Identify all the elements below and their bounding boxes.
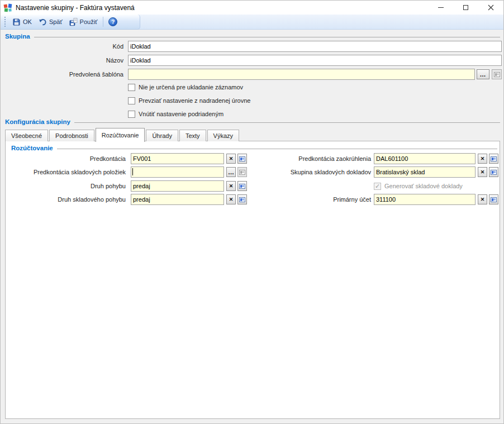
lookup-icon <box>491 197 497 202</box>
skupina-dokladov-input[interactable] <box>374 166 476 178</box>
dialog-window: Nastavenie skupiny - Faktúra vystavená <box>0 0 504 424</box>
field-row-sablona: Predvolená šablóna … <box>1 69 504 80</box>
ok-button-label: OK <box>23 18 32 25</box>
sablona-lookup-button[interactable] <box>492 69 502 79</box>
lookup-icon <box>491 170 497 175</box>
predkontacia-lookup-button[interactable] <box>237 154 247 164</box>
ellipsis-icon: … <box>228 169 234 175</box>
ellipsis-icon: … <box>480 71 487 78</box>
skladove-polozky-label: Predkontácia skladových položiek <box>6 169 126 175</box>
help-button[interactable]: ? <box>106 16 120 27</box>
tab-rozuctovanie[interactable]: Rozúčtovanie <box>96 128 145 142</box>
primarny-ucet-input[interactable] <box>374 194 476 205</box>
maximize-button[interactable] <box>453 1 478 15</box>
skupina-dokladov-lookup-button[interactable] <box>489 167 498 177</box>
sablona-label: Predvolená šablóna <box>1 71 123 78</box>
window-title: Nastavenie skupiny - Faktúra vystavená <box>16 4 135 12</box>
rozuctovanie-tab-panel: Rozúčtovanie Predkontácia ✕ Predkontácia… <box>5 141 500 419</box>
skupina-dokladov-clear-button[interactable]: ✕ <box>478 167 487 177</box>
skladove-polozky-browse-button[interactable]: … <box>226 167 236 177</box>
tab-uhrady[interactable]: Úhrady <box>146 130 178 141</box>
predkontacia-input[interactable] <box>131 153 224 164</box>
lookup-icon <box>491 156 497 161</box>
text-caret <box>132 168 133 175</box>
minimize-icon <box>438 7 444 8</box>
skupina-header-text: Skupina <box>5 33 30 40</box>
save-icon <box>12 18 21 26</box>
lookup-icon <box>494 72 500 77</box>
tab-vykazy[interactable]: Výkazy <box>207 130 239 141</box>
nazov-label: Názov <box>1 57 123 64</box>
tab-podrobnosti[interactable]: Podrobnosti <box>49 130 94 141</box>
undo-icon <box>39 18 47 26</box>
ok-button[interactable]: OK <box>9 16 35 28</box>
toolbar-separator <box>103 17 103 27</box>
sablona-browse-button[interactable]: … <box>477 69 489 79</box>
konfiguracia-section-header: Konfigurácia skupiny <box>5 118 500 126</box>
predkontacia-label: Predkontácia <box>6 155 126 162</box>
title-bar: Nastavenie skupiny - Faktúra vystavená <box>1 1 503 15</box>
nazov-input[interactable] <box>128 55 502 66</box>
save-apply-icon <box>69 18 78 26</box>
app-icon <box>3 3 12 12</box>
druh-skladoveho-pohybu-lookup-button[interactable] <box>237 194 247 204</box>
zaokruhlenie-lookup-button[interactable] <box>489 154 498 164</box>
minimize-button[interactable] <box>428 1 453 15</box>
zaokruhlenie-label: Predkontácia zaokrúhlenia <box>247 155 371 162</box>
vnutit-checkbox[interactable] <box>128 111 135 118</box>
primarny-ucet-clear-button[interactable]: ✕ <box>478 194 487 204</box>
zaokruhlenie-clear-button[interactable]: ✕ <box>478 154 487 164</box>
sablona-input[interactable] <box>128 69 475 80</box>
help-icon: ? <box>108 17 117 26</box>
zaokruhlenie-input[interactable] <box>374 153 476 164</box>
lookup-icon <box>239 197 245 202</box>
apply-button[interactable]: Použiť <box>66 16 101 28</box>
panel-row-3: Druh pohybu ✕ ✓ Generovať skladové dokla… <box>6 180 500 192</box>
druh-pohybu-input[interactable] <box>131 180 224 192</box>
panel-row-4: Druh skladového pohybu ✕ Primárny účet ✕ <box>6 194 500 205</box>
skladove-polozky-lookup-button[interactable] <box>237 167 247 177</box>
predkontacia-clear-button[interactable]: ✕ <box>226 154 236 164</box>
skupina-dokladov-label: Skupina skladových dokladov <box>247 169 371 175</box>
toolbar: OK Späť Použiť <box>1 15 503 30</box>
druh-skladoveho-pohybu-input[interactable] <box>131 194 224 205</box>
back-button-label: Späť <box>49 18 63 25</box>
primarny-ucet-lookup-button[interactable] <box>489 194 498 204</box>
field-row-kod: Kód <box>1 41 504 52</box>
rozuctovanie-header-rule <box>57 149 497 149</box>
druh-pohybu-label: Druh pohybu <box>6 183 126 189</box>
checkbox-row-ukladanie: Nie je určená pre ukladanie záznamov <box>128 83 243 92</box>
maximize-icon <box>463 5 468 10</box>
clear-icon: ✕ <box>229 156 234 161</box>
druh-pohybu-lookup-button[interactable] <box>237 181 247 191</box>
toolbar-band: OK Späť Použiť <box>1 15 140 30</box>
rozuctovanie-section-header: Rozúčtovanie <box>11 144 497 152</box>
clear-icon: ✕ <box>229 197 234 202</box>
ukladanie-checkbox[interactable] <box>128 84 135 91</box>
clear-icon: ✕ <box>481 169 485 175</box>
generovat-doklady-checkbox-label: Generovať skladové doklady <box>384 183 463 189</box>
rozuctovanie-header-text: Rozúčtovanie <box>11 145 53 151</box>
skupina-header-rule <box>34 37 500 37</box>
window-controls <box>428 1 503 15</box>
skladove-polozky-input[interactable] <box>131 166 224 178</box>
clear-icon: ✕ <box>481 197 485 202</box>
konfiguracia-header-text: Konfigurácia skupiny <box>5 118 70 125</box>
prevziat-checkbox[interactable] <box>128 97 135 104</box>
toolbar-grip-handle[interactable] <box>4 17 6 27</box>
tab-texty[interactable]: Texty <box>179 130 206 141</box>
tab-vseobecne[interactable]: Všeobecné <box>5 130 48 141</box>
close-icon <box>488 4 494 11</box>
druh-skladoveho-pohybu-clear-button[interactable]: ✕ <box>226 194 236 204</box>
druh-pohybu-clear-button[interactable]: ✕ <box>226 181 236 191</box>
back-button[interactable]: Späť <box>35 16 66 28</box>
apply-button-label: Použiť <box>80 18 98 25</box>
kod-input[interactable] <box>128 41 502 52</box>
field-row-nazov: Názov <box>1 55 504 66</box>
generovat-doklady-checkbox[interactable]: ✓ <box>374 183 381 190</box>
lookup-icon <box>239 184 245 189</box>
vnutit-checkbox-label: Vnútiť nastavenie podriadeným <box>139 111 224 117</box>
skupina-section-header: Skupina <box>5 32 500 40</box>
close-button[interactable] <box>478 1 503 15</box>
panel-row-1: Predkontácia ✕ Predkontácia zaokrúhlenia… <box>6 153 500 164</box>
